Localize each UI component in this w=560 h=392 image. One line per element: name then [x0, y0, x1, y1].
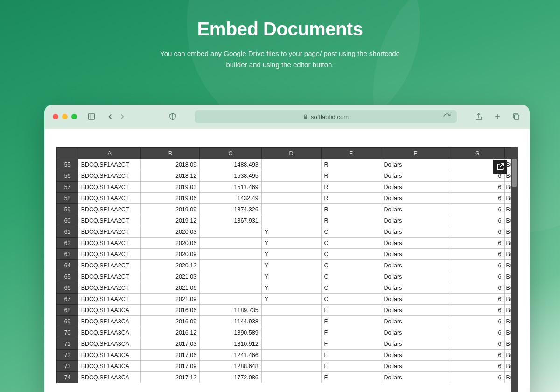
cell[interactable]: 2020.12	[141, 260, 200, 271]
row-header[interactable]: 57	[57, 182, 78, 193]
cell[interactable]	[261, 204, 321, 215]
row-header[interactable]: 68	[57, 305, 78, 316]
cell[interactable]: 2020.03	[141, 226, 200, 238]
cell[interactable]: 2020.09	[141, 249, 200, 260]
cell[interactable]	[261, 361, 321, 372]
cell[interactable]	[261, 170, 321, 182]
cell[interactable]: BDCQ.SF1AA2CT	[78, 271, 141, 282]
cell[interactable]: BDCQ.SF1AA2CT	[78, 215, 141, 226]
cell[interactable]: C	[321, 226, 381, 238]
cell[interactable]: Dollars	[381, 226, 450, 238]
cell[interactable]: Dollars	[381, 372, 450, 383]
cell[interactable]: Dollars	[381, 215, 450, 226]
cell[interactable]: Y	[261, 260, 321, 271]
cell[interactable]: 2017.06	[141, 350, 200, 361]
row-header[interactable]: 73	[57, 361, 78, 372]
cell[interactable]: 2019.03	[141, 182, 200, 193]
row-header[interactable]: 55	[57, 159, 78, 170]
cell[interactable]: Dollars	[381, 271, 450, 282]
cell[interactable]: 2020.06	[141, 238, 200, 249]
cell[interactable]	[261, 316, 321, 327]
cell[interactable]: 6	[450, 372, 505, 383]
cell[interactable]: R	[321, 159, 381, 170]
cell[interactable]: BDCQ.SF1AA3CA	[78, 305, 141, 316]
cell[interactable]: 2021.03	[141, 271, 200, 282]
cell[interactable]: BDCQ.SF1AA3CA	[78, 327, 141, 338]
row-header[interactable]: 65	[57, 271, 78, 282]
cell[interactable]: C	[321, 260, 381, 271]
cell[interactable]	[261, 327, 321, 338]
cell[interactable]: Dollars	[381, 193, 450, 204]
cell[interactable]: 2016.09	[141, 316, 200, 327]
share-icon[interactable]	[474, 112, 484, 121]
cell[interactable]: Y	[261, 271, 321, 282]
cell[interactable]: 6	[450, 238, 505, 249]
maximize-window-icon[interactable]	[71, 114, 77, 119]
cell[interactable]: 2016.12	[141, 327, 200, 338]
privacy-shield-icon[interactable]	[168, 112, 178, 121]
cell[interactable]	[200, 282, 262, 294]
row-header[interactable]: 69	[57, 316, 78, 327]
cell[interactable]: 6	[450, 316, 505, 327]
open-external-button[interactable]	[493, 160, 507, 174]
cell[interactable]: F	[321, 316, 381, 327]
cell[interactable]: BDCQ.SF1AA2CT	[78, 238, 141, 249]
cell[interactable]: BDCQ.SF1AA3CA	[78, 372, 141, 383]
cell[interactable]: Dollars	[381, 204, 450, 215]
cell[interactable]: 6	[450, 305, 505, 316]
cell[interactable]: 6	[450, 226, 505, 238]
cell[interactable]: 1144.938	[200, 316, 262, 327]
cell[interactable]	[261, 305, 321, 316]
cell[interactable]: 6	[450, 282, 505, 294]
cell[interactable]: BDCQ.SF1AA2CT	[78, 182, 141, 193]
column-header[interactable]: G	[450, 148, 505, 159]
cell[interactable]: BDCQ.SF1AA3CA	[78, 316, 141, 327]
cell[interactable]: R	[321, 215, 381, 226]
cell[interactable]: 6	[450, 260, 505, 271]
row-header[interactable]: 59	[57, 204, 78, 215]
column-header[interactable]: F	[381, 148, 450, 159]
cell[interactable]: 6	[450, 249, 505, 260]
cell[interactable]: 2017.09	[141, 361, 200, 372]
cell[interactable]: 1367.931	[200, 215, 262, 226]
cell[interactable]: Y	[261, 249, 321, 260]
cell[interactable]	[261, 338, 321, 350]
cell[interactable]: Dollars	[381, 238, 450, 249]
column-header[interactable]: A	[78, 148, 141, 159]
cell[interactable]: F	[321, 327, 381, 338]
row-header[interactable]: 70	[57, 327, 78, 338]
cell[interactable]: Dollars	[381, 361, 450, 372]
close-window-icon[interactable]	[53, 114, 58, 119]
cell[interactable]: Y	[261, 238, 321, 249]
cell[interactable]	[200, 271, 262, 282]
cell[interactable]: 6	[450, 361, 505, 372]
column-header[interactable]: B	[141, 148, 200, 159]
cell[interactable]: Y	[261, 294, 321, 305]
cell[interactable]: Dollars	[381, 316, 450, 327]
cell[interactable]: 1538.495	[200, 170, 262, 182]
cell[interactable]: 1241.466	[200, 350, 262, 361]
cell[interactable]: F	[321, 305, 381, 316]
cell[interactable]: 6	[450, 182, 505, 193]
cell[interactable]: BDCQ.SF1AA2CT	[78, 260, 141, 271]
cell[interactable]: 2019.09	[141, 204, 200, 215]
cell[interactable]: 1488.493	[200, 159, 262, 170]
cell[interactable]	[261, 350, 321, 361]
cell[interactable]: R	[321, 182, 381, 193]
cell[interactable]: Dollars	[381, 249, 450, 260]
cell[interactable]: Dollars	[381, 282, 450, 294]
cell[interactable]: 1390.589	[200, 327, 262, 338]
tabs-overview-icon[interactable]	[511, 112, 521, 121]
row-header[interactable]: 66	[57, 282, 78, 294]
sidebar-toggle-icon[interactable]	[86, 112, 97, 121]
cell[interactable]: 2021.09	[141, 294, 200, 305]
row-header[interactable]: 64	[57, 260, 78, 271]
minimize-window-icon[interactable]	[62, 114, 68, 119]
cell[interactable]: 6	[450, 350, 505, 361]
cell[interactable]: BDCQ.SF1AA2CT	[78, 294, 141, 305]
cell[interactable]: 6	[450, 271, 505, 282]
back-button-icon[interactable]	[105, 112, 115, 121]
cell[interactable]: 1772.086	[200, 372, 262, 383]
cell[interactable]: Dollars	[381, 170, 450, 182]
cell[interactable]	[261, 193, 321, 204]
